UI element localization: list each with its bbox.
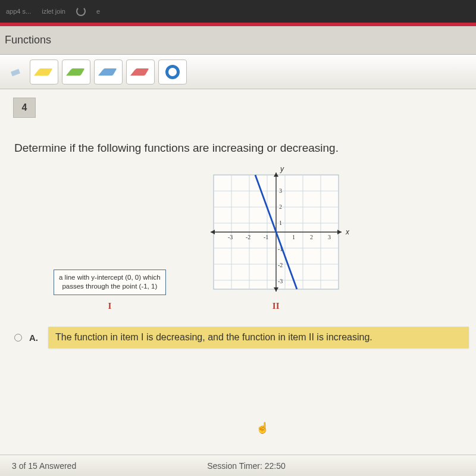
highlighter-red-button[interactable] — [126, 60, 155, 84]
svg-text:2: 2 — [310, 234, 313, 240]
question-number-tab[interactable]: 4 — [13, 98, 36, 118]
svg-text:1: 1 — [279, 220, 282, 226]
svg-text:-2: -2 — [246, 234, 250, 240]
question-prompt: Determine if the following functions are… — [14, 142, 462, 155]
choice-a[interactable]: A. The function in item I is decreasing,… — [14, 327, 469, 348]
svg-text:-3: -3 — [228, 234, 233, 240]
clear-highlight-button[interactable] — [158, 60, 187, 84]
item-2: y x -3-2-1 — [202, 164, 350, 311]
status-bar: 3 of 15 Answered Session Timer: 22:50 — [0, 455, 476, 476]
svg-text:1: 1 — [292, 234, 295, 240]
browser-tab[interactable]: e — [96, 8, 100, 15]
radio-a[interactable] — [14, 334, 22, 342]
pointer-cursor-icon: ☝ — [256, 421, 269, 434]
svg-text:-1: -1 — [264, 234, 268, 240]
svg-text:-3: -3 — [278, 278, 283, 284]
svg-marker-16 — [337, 230, 342, 234]
item-1-description: a line with y-intercept (0, 0) which pas… — [54, 270, 166, 295]
item-1-label: I — [108, 301, 111, 311]
figures-row: a line with y-intercept (0, 0) which pas… — [54, 164, 476, 311]
svg-text:3: 3 — [279, 187, 282, 194]
svg-marker-17 — [211, 230, 215, 234]
annotation-toolbar — [0, 55, 476, 89]
x-axis-label: x — [345, 228, 350, 236]
choice-a-text[interactable]: The function in item I is decreasing, an… — [48, 327, 469, 348]
svg-text:-2: -2 — [278, 262, 283, 268]
svg-text:3: 3 — [328, 234, 331, 240]
question-panel: 4 Determine if the following functions a… — [0, 89, 476, 455]
app-header: Functions — [0, 26, 476, 55]
highlighter-green-button[interactable] — [62, 60, 90, 84]
eraser-icon[interactable] — [5, 60, 26, 84]
desc-line: passes through the point (-1, 1) — [62, 283, 157, 290]
answered-progress: 3 of 15 Answered — [12, 461, 76, 471]
svg-text:2: 2 — [279, 203, 282, 210]
highlighter-blue-button[interactable] — [94, 60, 123, 84]
browser-tab[interactable]: app4 s... — [6, 8, 31, 15]
choice-letter: A. — [29, 333, 41, 343]
y-axis-label: y — [280, 165, 284, 173]
item-1: a line with y-intercept (0, 0) which pas… — [54, 270, 166, 311]
desc-line: a line with y-intercept (0, 0) which — [59, 274, 161, 281]
refresh-icon[interactable] — [76, 7, 86, 16]
svg-rect-0 — [11, 68, 20, 76]
graph-plot: y x -3-2-1 — [202, 164, 350, 295]
browser-tab-strip: app4 s... izlet join e — [0, 0, 476, 23]
browser-tab[interactable]: izlet join — [42, 8, 65, 15]
session-timer: Session Timer: 22:50 — [207, 461, 286, 471]
item-2-label: II — [273, 301, 280, 311]
answer-choices: A. The function in item I is decreasing,… — [14, 327, 469, 348]
page-title: Functions — [5, 34, 51, 46]
highlighter-yellow-button[interactable] — [30, 60, 58, 84]
